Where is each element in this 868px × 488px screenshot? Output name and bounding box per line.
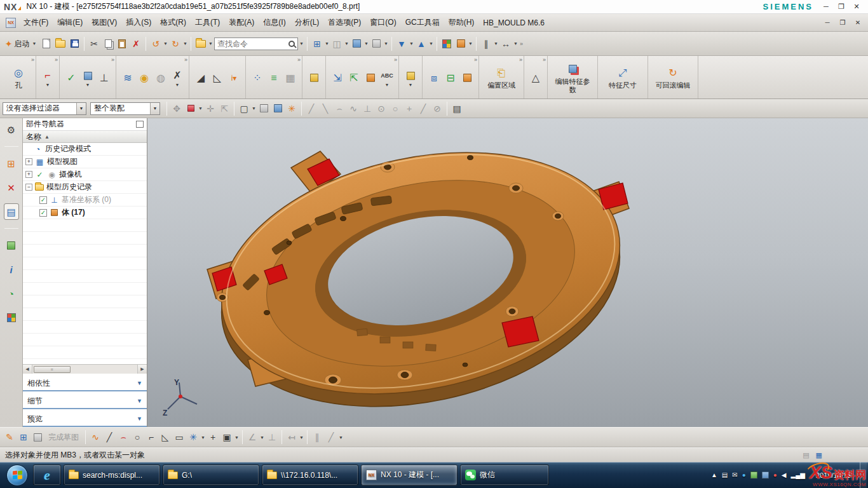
deselect-button[interactable]: ⇱ xyxy=(217,101,231,116)
panel-options-icon[interactable] xyxy=(136,121,144,128)
view-manager-button[interactable]: ◫ xyxy=(330,36,344,51)
render-dropdown-arrow[interactable]: ▼ xyxy=(363,41,369,46)
group-overflow[interactable]: » xyxy=(543,57,546,63)
taskbar-clock[interactable]: 2019/10/15 xyxy=(810,471,857,479)
antivirus-tray-icon[interactable] xyxy=(750,471,757,478)
tree-item-body[interactable]: ✓ 体 (17) xyxy=(23,207,147,219)
taskbar-window-gdrive[interactable]: G:\ xyxy=(163,464,259,485)
expand-icon[interactable]: + xyxy=(25,158,32,165)
start-button[interactable]: ✦ 启动 ▼ xyxy=(3,36,39,51)
internet-explorer-button[interactable]: i xyxy=(4,262,18,277)
chamfer-button[interactable]: ◢ xyxy=(194,71,208,85)
copy-button[interactable] xyxy=(101,36,115,51)
horizontal-scrollbar[interactable]: ◀ ≡ ▶ xyxy=(23,364,147,374)
sketch-task-button[interactable]: ✎ xyxy=(3,430,17,445)
chamfer-tool-button[interactable]: ◺ xyxy=(158,430,172,445)
assembly-navigator-button[interactable]: ⊞ xyxy=(4,156,18,171)
mail-tray-icon[interactable]: ✉ xyxy=(732,472,737,478)
security-tray-icon[interactable]: ● xyxy=(773,472,777,478)
feature-dimension-button[interactable]: ⤢ 特征尺寸 xyxy=(602,66,643,90)
shaded-filter-button[interactable] xyxy=(271,101,285,116)
recent-dropdown-arrow[interactable]: ▼ xyxy=(208,41,214,46)
expand-icon[interactable]: + xyxy=(25,171,32,178)
tangent-dropdown-arrow[interactable]: ▼ xyxy=(338,435,344,440)
dimension-tool-button[interactable]: ↤ xyxy=(285,430,299,445)
group-overflow[interactable]: » xyxy=(394,57,397,63)
sketch-button[interactable]: ⌐▼ xyxy=(41,69,55,87)
constraint-navigator-button[interactable]: ✕ xyxy=(4,180,18,195)
reuse-library-button[interactable] xyxy=(4,238,18,253)
finish-button[interactable]: ✓ xyxy=(64,71,78,85)
background-dropdown-arrow[interactable]: ▼ xyxy=(383,41,389,46)
restore-button[interactable]: ❐ xyxy=(834,3,849,11)
menu-assemblies[interactable]: 装配(A) xyxy=(224,15,259,30)
pull-face-button[interactable]: ⇱ xyxy=(347,71,361,85)
snap-tangent-button[interactable]: ╱ xyxy=(416,101,430,116)
perpendicular-constraint-button[interactable]: ⊥ xyxy=(265,430,279,445)
mdi-restore-button[interactable]: ❐ xyxy=(835,19,850,26)
menu-insert[interactable]: 插入(S) xyxy=(121,15,156,30)
volume-tray-icon[interactable]: ◀ xyxy=(782,472,787,478)
window-layout-button[interactable]: ⊞ xyxy=(310,36,324,51)
undo-dropdown-arrow[interactable]: ▼ xyxy=(163,41,168,46)
circle-tool-button[interactable]: ○ xyxy=(130,430,144,445)
note-button[interactable] xyxy=(307,71,321,85)
scrollbar-thumb[interactable]: ≡ xyxy=(34,366,71,373)
true-shading-button[interactable] xyxy=(454,36,468,51)
group-overflow[interactable]: » xyxy=(184,57,187,63)
delete-face-button[interactable]: ✗▼ xyxy=(170,69,184,87)
sketch-grid-button[interactable] xyxy=(31,430,44,445)
info-button[interactable]: i▾ xyxy=(227,71,241,85)
resource-settings-button[interactable]: ⚙ xyxy=(4,122,18,137)
minimize-button[interactable]: ─ xyxy=(818,3,834,11)
dimension-dropdown-arrow[interactable]: ▼ xyxy=(299,435,304,440)
finish-sketch-button[interactable]: 完成草图 xyxy=(48,432,79,443)
tree-item-datum-csys[interactable]: ✓ ⊥ 基准坐标系 (0) xyxy=(23,194,147,207)
graphics-viewport[interactable]: Y Z xyxy=(147,118,868,427)
block-button[interactable]: ▼ xyxy=(403,69,417,87)
table-button[interactable]: ▦ xyxy=(283,71,297,85)
select-all-button[interactable]: ✛ xyxy=(203,101,217,116)
offset-region-button[interactable]: ⎗ 偏置区域 xyxy=(484,66,519,90)
label-abc-button[interactable]: ABC▼ xyxy=(380,69,394,87)
layers-button[interactable]: ≡ xyxy=(267,71,281,85)
offset-dropdown-arrow[interactable]: ▼ xyxy=(234,435,240,440)
status-grid-icon[interactable]: ▤ xyxy=(803,451,809,459)
menu-preferences[interactable]: 首选项(P) xyxy=(323,15,365,30)
group-overflow[interactable]: » xyxy=(297,57,301,63)
cut-button[interactable]: ✂ xyxy=(87,36,101,51)
fillet-tool-button[interactable]: ⌐ xyxy=(144,430,158,445)
toolbar-overflow[interactable]: » xyxy=(520,41,523,47)
pattern-feature-button[interactable]: ⁘ xyxy=(250,71,264,85)
snap-settings-button[interactable]: ✳ xyxy=(285,101,299,116)
visibility-checkbox[interactable]: ✓ xyxy=(39,196,47,204)
reattach-button[interactable]: ⊞ xyxy=(17,430,31,445)
snap-center-button[interactable]: ⊙ xyxy=(374,101,388,116)
shading-dropdown-arrow[interactable]: ▼ xyxy=(468,41,473,46)
collapse-icon[interactable]: − xyxy=(25,184,32,191)
view-dropdown-arrow[interactable]: ▼ xyxy=(344,41,349,46)
mdi-minimize-button[interactable]: ─ xyxy=(820,19,835,26)
export-button[interactable]: ▲ xyxy=(414,36,428,51)
selection-filter-combo[interactable]: 没有选择过滤器 ▼ xyxy=(3,102,86,115)
show-hidden-icons-button[interactable]: ▲ xyxy=(711,472,717,478)
selection-scope-combo[interactable]: 整个装配 ▼ xyxy=(90,102,160,115)
polygon-dropdown-arrow[interactable]: ▼ xyxy=(200,435,206,440)
menu-hb-mould[interactable]: HB_MOULD M6.6 xyxy=(478,16,549,30)
snap-arc-button[interactable]: ⌢ xyxy=(332,101,346,116)
recent-files-button[interactable] xyxy=(194,36,208,51)
menu-file[interactable]: 文件(F) xyxy=(19,15,53,30)
helix-button[interactable]: ≋ xyxy=(121,71,135,85)
part-navigator-button[interactable]: ▤ xyxy=(4,204,18,219)
menu-gc-toolbox[interactable]: GC工具箱 xyxy=(401,15,444,30)
snap-midpoint-button[interactable]: ╲ xyxy=(318,101,332,116)
snap-point-button[interactable] xyxy=(184,101,198,116)
sync-tray-icon[interactable]: ● xyxy=(742,472,746,478)
internet-explorer-taskbar-button[interactable]: e xyxy=(33,464,61,485)
open-button[interactable] xyxy=(53,36,67,51)
paste-button[interactable] xyxy=(115,36,129,51)
datum-csys-button[interactable]: ⊥ xyxy=(97,71,111,85)
search-dropdown-arrow[interactable]: ▼ xyxy=(299,41,304,46)
scroll-right-button[interactable]: ▶ xyxy=(137,365,147,374)
history-palette-button[interactable]: ◔ xyxy=(4,286,18,301)
